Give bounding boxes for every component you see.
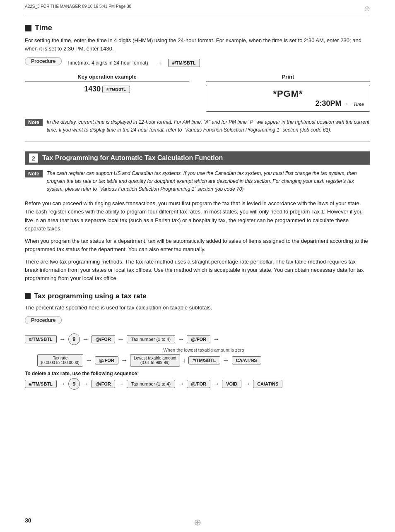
del-arrow3: →	[118, 380, 124, 388]
tax-section: 2 Tax Programming for Automatic Tax Calc…	[25, 151, 370, 389]
arrow8: ↓	[183, 357, 186, 364]
key-op-row: 1430 #/TM/SBTL	[25, 85, 189, 93]
del-arrow5: →	[213, 380, 219, 388]
tax-note-label: Note	[25, 170, 43, 177]
time-procedure-row: Procedure Time(max. 4 digits in 24-hour …	[25, 57, 370, 69]
print-time-label: ← Time	[344, 100, 364, 108]
df-circle1: 9	[68, 378, 80, 390]
bottom-circle-icon: ⊕	[194, 517, 201, 528]
df-void: VOID	[222, 380, 241, 388]
tax-section-titlebar: 2 Tax Programming for Automatic Tax Calc…	[25, 151, 370, 165]
arrow6: →	[86, 357, 92, 364]
time-note: Note In the display, current time is dis…	[25, 118, 370, 134]
header-text: A22S_3 FOR THE MANAGER 09.10.16 5:41 PM …	[25, 4, 131, 13]
del-arrow2: →	[82, 380, 89, 388]
del-arrow1: →	[59, 380, 66, 388]
black-square-icon2	[25, 293, 31, 299]
tf-key3: @/FOR	[187, 335, 210, 343]
arrow2: →	[82, 335, 89, 343]
del-arrow6: →	[244, 380, 250, 388]
header-circle: ⊕	[364, 4, 370, 13]
tax-flow-bracket: When the lowest taxable amount is zero T…	[37, 347, 370, 367]
print-pgm: *PGM*	[212, 89, 364, 99]
tax-note: Note The cash register can support US an…	[25, 170, 370, 193]
page-header: A22S_3 FOR THE MANAGER 09.10.16 5:41 PM …	[25, 4, 370, 15]
when-zero-label: When the lowest taxable amount is zero	[37, 347, 370, 352]
tf-key2: @/FOR	[92, 335, 115, 343]
tf-key1: #/TM/SBTL	[25, 335, 57, 343]
tax-body2: When you program the tax status for a de…	[25, 237, 370, 254]
key-operation-header: Key operation example	[25, 74, 189, 81]
tf-lowest: Lowest taxable amount (0.01 to 999.99)	[130, 354, 180, 367]
df-key4: CA/AT/NS	[253, 380, 282, 388]
page: A22S_3 FOR THE MANAGER 09.10.16 5:41 PM …	[0, 0, 395, 532]
tf-key4: @/FOR	[95, 356, 118, 364]
page-number: 30	[25, 517, 31, 524]
procedure-badge-tax: Procedure	[25, 316, 62, 324]
tax-flow-diagram: #/TM/SBTL → 9 → @/FOR → Tax number (1 to…	[25, 333, 370, 390]
arrow4: →	[178, 335, 184, 343]
time-body: For setting the time, enter the time in …	[25, 36, 370, 53]
delete-label: To delete a tax rate, use the following …	[25, 371, 370, 376]
time-flow-label: Time(max. 4 digits in 24-hour format)	[67, 60, 148, 66]
df-taxnum: Tax number (1 to 4)	[127, 380, 175, 388]
key-value: 1430	[84, 85, 101, 93]
tax-flow-row1: #/TM/SBTL → 9 → @/FOR → Tax number (1 to…	[25, 333, 370, 345]
arrow-icon: →	[156, 59, 162, 67]
time-section: Time For setting the time, enter the tim…	[25, 24, 370, 134]
df-key2: @/FOR	[92, 380, 115, 388]
tax-section-title: Tax Programming for Automatic Tax Calcul…	[42, 154, 223, 162]
black-square-icon	[25, 25, 31, 31]
time-example-section: Key operation example 1430 #/TM/SBTL Pri…	[25, 74, 370, 112]
tf-circle1: 9	[68, 333, 80, 345]
print-time-row: 2:30PM ← Time	[212, 99, 364, 108]
tax-rate-body: The percent rate specified here is used …	[25, 304, 370, 312]
arrow3: →	[118, 335, 124, 343]
print-col: Print *PGM* 2:30PM ← Time	[206, 74, 370, 112]
time-note-label: Note	[25, 119, 43, 126]
key-example-sub: #/TM/SBTL	[102, 86, 130, 93]
tf-key6: CA/AT/NS	[232, 356, 261, 364]
time-note-text: In the display, current time is displaye…	[47, 118, 370, 134]
tax-section-num: 2	[29, 153, 38, 163]
time-key1: #/TM/SBTL	[168, 59, 200, 67]
df-key3: @/FOR	[187, 380, 210, 388]
df-key1: #/TM/SBTL	[25, 380, 57, 388]
time-section-title: Time	[25, 24, 370, 32]
arrow9: →	[223, 357, 229, 364]
arrow7: →	[121, 357, 128, 364]
tf-key5: #/TM/SBTL	[188, 356, 220, 364]
tf-taxrate: Tax rate (0.0000 to 100.0000)	[37, 354, 83, 367]
print-time: 2:30PM	[315, 99, 341, 108]
delete-flow-row: #/TM/SBTL → 9 → @/FOR → Tax number (1 to…	[25, 378, 370, 390]
arrow1: →	[59, 335, 66, 343]
key-operation-col: Key operation example 1430 #/TM/SBTL	[25, 74, 189, 93]
tax-body3: There are two tax programming methods. T…	[25, 258, 370, 283]
tax-flow-subrow1: Tax rate (0.0000 to 100.0000) → @/FOR → …	[37, 354, 370, 367]
procedure-badge-time: Procedure	[25, 57, 62, 65]
section-divider	[25, 141, 370, 141]
tax-rate-title: Tax programming using a tax rate	[34, 292, 147, 300]
tax-note-text: The cash register can support US and Can…	[47, 170, 370, 193]
time-title: Time	[35, 24, 52, 32]
del-arrow4: →	[178, 380, 184, 388]
print-header: Print	[206, 74, 370, 81]
arrow5: →	[213, 335, 219, 343]
tax-body1: Before you can proceed with ringing sale…	[25, 199, 370, 233]
tf-taxnum: Tax number (1 to 4)	[127, 335, 175, 343]
tax-rate-subsection-title: Tax programming using a tax rate	[25, 292, 370, 300]
print-box: *PGM* 2:30PM ← Time	[206, 85, 370, 112]
